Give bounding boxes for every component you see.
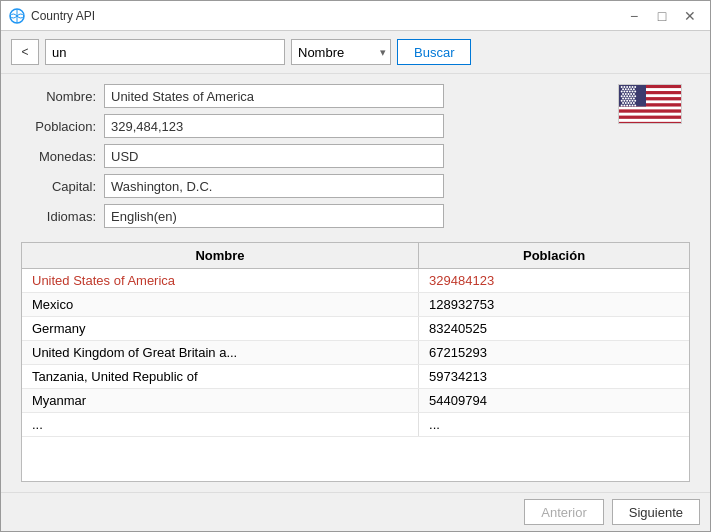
svg-point-25 [630,88,632,90]
capital-input[interactable] [104,174,444,198]
svg-point-18 [626,86,628,88]
svg-point-42 [632,95,634,97]
svg-point-21 [634,86,636,88]
svg-point-33 [622,93,624,95]
idiomas-row: Idiomas: [21,204,600,228]
idiomas-label: Idiomas: [21,209,96,224]
svg-point-43 [634,95,636,97]
svg-point-27 [621,91,623,93]
svg-point-56 [625,102,627,104]
svg-point-38 [621,95,623,97]
search-button[interactable]: Buscar [397,39,471,65]
table-row[interactable]: ...... [22,413,689,437]
table-row[interactable]: Myanmar54409794 [22,389,689,413]
svg-point-41 [629,95,631,97]
poblacion-label: Poblacion: [21,119,96,134]
maximize-button[interactable]: □ [650,4,674,28]
cell-poblacion: 329484123 [419,269,689,293]
cell-nombre: Myanmar [22,389,419,413]
table-row[interactable]: Mexico128932753 [22,293,689,317]
nombre-input[interactable] [104,84,444,108]
capital-label: Capital: [21,179,96,194]
bottom-bar: Anterior Siguiente [1,492,710,531]
window-controls: − □ ✕ [622,4,702,28]
svg-point-32 [634,91,636,93]
results-table-container: Nombre Población United States of Americ… [21,242,690,482]
title-bar: Country API − □ ✕ [1,1,710,31]
svg-point-44 [622,98,624,100]
minimize-button[interactable]: − [622,4,646,28]
poblacion-input[interactable] [104,114,444,138]
cell-poblacion: 67215293 [419,341,689,365]
app-icon [9,8,25,24]
svg-rect-13 [619,119,682,122]
svg-point-50 [623,100,625,102]
table-wrapper[interactable]: Nombre Población United States of Americ… [22,243,689,481]
svg-rect-14 [619,122,682,124]
svg-rect-10 [619,110,682,113]
svg-point-62 [626,104,628,106]
back-button[interactable]: < [11,39,39,65]
anterior-button[interactable]: Anterior [524,499,604,525]
col-nombre-header: Nombre [22,243,419,269]
svg-point-60 [621,104,623,106]
svg-point-47 [630,98,632,100]
filter-dropdown[interactable]: Nombre Capital Moneda Idioma [291,39,391,65]
svg-point-39 [623,95,625,97]
svg-point-29 [626,91,628,93]
svg-point-55 [622,102,624,104]
close-button[interactable]: ✕ [678,4,702,28]
svg-point-36 [630,93,632,95]
monedas-input[interactable] [104,144,444,168]
svg-point-35 [627,93,629,95]
svg-point-20 [632,86,634,88]
table-row[interactable]: United Kingdom of Great Britain a...6721… [22,341,689,365]
cell-nombre: ... [22,413,419,437]
svg-point-45 [625,98,627,100]
svg-point-63 [629,104,631,106]
svg-point-48 [633,98,635,100]
svg-point-19 [629,86,631,88]
svg-point-30 [629,91,631,93]
svg-point-34 [625,93,627,95]
svg-point-65 [634,104,636,106]
idiomas-input[interactable] [104,204,444,228]
svg-point-57 [627,102,629,104]
flag-area [610,84,690,228]
svg-point-52 [629,100,631,102]
table-row[interactable]: Germany83240525 [22,317,689,341]
cell-poblacion: 128932753 [419,293,689,317]
table-row[interactable]: Tanzania, United Republic of59734213 [22,365,689,389]
svg-point-51 [626,100,628,102]
window-title: Country API [31,9,622,23]
nombre-label: Nombre: [21,89,96,104]
table-row[interactable]: United States of America329484123 [22,269,689,293]
monedas-row: Monedas: [21,144,600,168]
info-section: Nombre: Poblacion: Monedas: Capital: Idi [21,84,690,228]
results-table: Nombre Población United States of Americ… [22,243,689,437]
filter-dropdown-wrapper: Nombre Capital Moneda Idioma [291,39,391,65]
nombre-row: Nombre: [21,84,600,108]
cell-nombre: United Kingdom of Great Britain a... [22,341,419,365]
poblacion-row: Poblacion: [21,114,600,138]
siguiente-button[interactable]: Siguiente [612,499,700,525]
cell-nombre: United States of America [22,269,419,293]
main-content: Nombre: Poblacion: Monedas: Capital: Idi [1,74,710,492]
svg-point-54 [634,100,636,102]
flag-display [618,84,682,124]
svg-point-24 [627,88,629,90]
svg-point-61 [623,104,625,106]
cell-poblacion: 59734213 [419,365,689,389]
cell-nombre: Germany [22,317,419,341]
svg-point-31 [632,91,634,93]
fields-area: Nombre: Poblacion: Monedas: Capital: Idi [21,84,600,228]
cell-poblacion: ... [419,413,689,437]
svg-point-17 [623,86,625,88]
toolbar: < Nombre Capital Moneda Idioma Buscar [1,31,710,74]
search-input[interactable] [45,39,285,65]
svg-point-58 [630,102,632,104]
svg-point-64 [632,104,634,106]
cell-nombre: Mexico [22,293,419,317]
svg-point-40 [626,95,628,97]
svg-point-49 [621,100,623,102]
